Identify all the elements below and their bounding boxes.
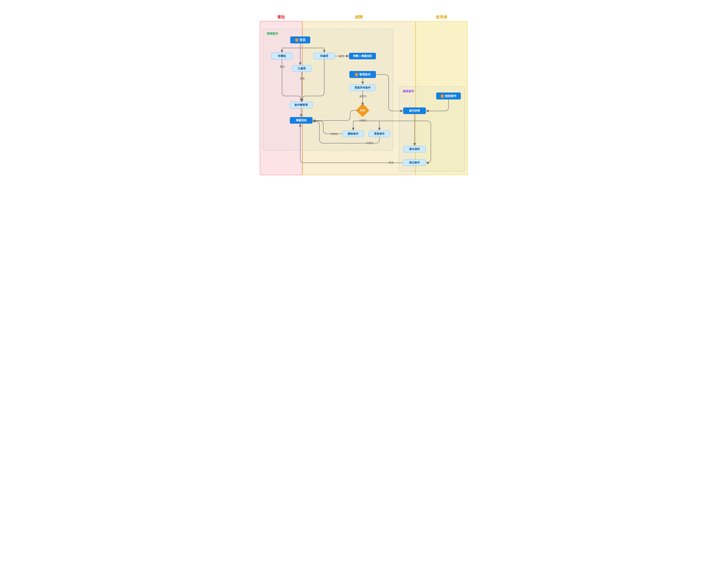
diagram-stage: 審批 經辦 使用者 管理套件 檢視套件 🍔 首頁 預覽＋傳遞流程 🍔 管理套件 …	[242, 0, 486, 193]
wires	[242, 0, 486, 193]
